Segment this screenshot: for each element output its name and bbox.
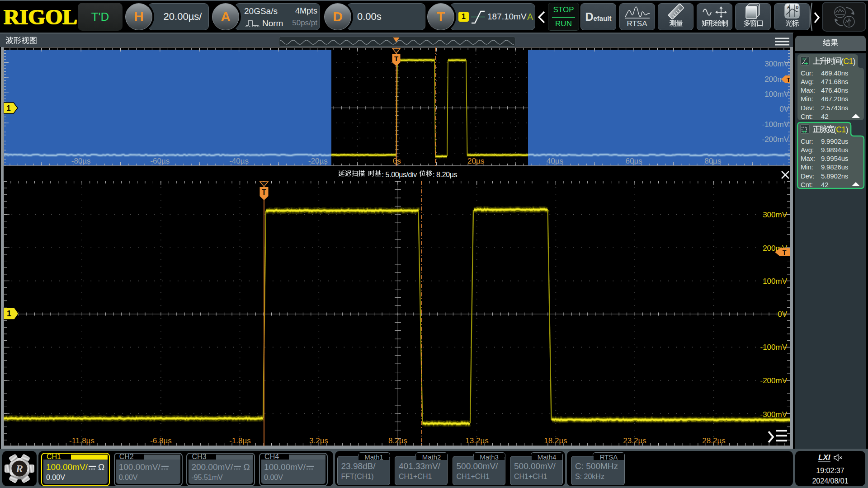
svg-text:-200mV: -200mV xyxy=(762,135,789,144)
svg-text:-1.8µs: -1.8µs xyxy=(229,436,251,445)
svg-text:300mV: 300mV xyxy=(763,211,788,219)
svg-text:1: 1 xyxy=(6,104,10,113)
svg-text:R: R xyxy=(15,463,23,474)
svg-text:Cur:: Cur: xyxy=(801,69,813,77)
svg-text:42: 42 xyxy=(821,181,828,188)
svg-text:-200mV: -200mV xyxy=(760,376,787,385)
svg-text:80µs: 80µs xyxy=(704,157,721,165)
svg-text:8.2µs: 8.2µs xyxy=(388,436,407,445)
svg-text:T: T xyxy=(783,249,787,256)
svg-text:(C1): (C1) xyxy=(841,57,855,66)
svg-text:467.20ns: 467.20ns xyxy=(821,95,848,103)
svg-text:-11.8µs: -11.8µs xyxy=(69,436,94,445)
svg-text:-100mV: -100mV xyxy=(760,343,787,352)
svg-text:-80µs: -80µs xyxy=(71,157,91,165)
svg-text:Cnt:: Cnt: xyxy=(801,113,813,120)
svg-text:9.9902us: 9.9902us xyxy=(821,137,848,145)
svg-text:Cur:: Cur: xyxy=(801,137,813,145)
svg-text:Min:: Min: xyxy=(801,95,813,103)
svg-text:A: A xyxy=(787,5,790,9)
svg-text:Dev:: Dev: xyxy=(801,172,814,180)
svg-text:T: T xyxy=(262,188,266,196)
svg-text:476.40ns: 476.40ns xyxy=(821,86,848,94)
svg-text:40µs: 40µs xyxy=(547,157,563,165)
svg-text:T: T xyxy=(394,55,398,62)
svg-text:9.9894us: 9.9894us xyxy=(821,146,848,154)
svg-text:(C1): (C1) xyxy=(834,125,848,134)
svg-text:-100mV: -100mV xyxy=(762,120,789,129)
svg-text:T: T xyxy=(787,76,790,83)
svg-text:-60µs: -60µs xyxy=(150,157,170,165)
svg-text:Avg:: Avg: xyxy=(801,78,814,85)
svg-text:469.40ns: 469.40ns xyxy=(821,69,848,77)
svg-text:B: B xyxy=(796,5,799,9)
svg-text:-6.8µs: -6.8µs xyxy=(150,436,172,445)
svg-text:100mV: 100mV xyxy=(763,277,788,286)
svg-text:5.8902ns: 5.8902ns xyxy=(821,172,848,180)
svg-text:Min:: Min: xyxy=(801,163,813,171)
svg-text:9.9954us: 9.9954us xyxy=(821,155,848,162)
svg-text:42: 42 xyxy=(821,113,828,120)
svg-text:20µs: 20µs xyxy=(467,157,484,165)
svg-text:Avg:: Avg: xyxy=(801,146,814,154)
svg-text:100mV: 100mV xyxy=(764,90,789,99)
svg-text:300mV: 300mV xyxy=(764,60,789,68)
svg-text:Max:: Max: xyxy=(801,86,815,94)
svg-text:18.2µs: 18.2µs xyxy=(544,436,567,445)
svg-text:471.68ns: 471.68ns xyxy=(821,78,848,85)
svg-text:3.2µs: 3.2µs xyxy=(309,436,328,445)
svg-text:1: 1 xyxy=(7,309,11,318)
svg-text:2.5743ns: 2.5743ns xyxy=(821,104,848,112)
svg-text:Max:: Max: xyxy=(801,155,815,162)
svg-text:0V: 0V xyxy=(778,310,787,319)
svg-text:9.9826us: 9.9826us xyxy=(821,163,848,171)
svg-text:-20µs: -20µs xyxy=(308,157,328,165)
svg-text:Dev:: Dev: xyxy=(801,104,814,112)
svg-text:60µs: 60µs xyxy=(625,157,642,165)
svg-text:0s: 0s xyxy=(393,157,401,165)
svg-text:Cnt:: Cnt: xyxy=(801,181,813,188)
svg-text:0V: 0V xyxy=(779,105,789,113)
svg-text:28.2µs: 28.2µs xyxy=(702,436,725,445)
svg-text:-40µs: -40µs xyxy=(229,157,249,165)
svg-text:23.2µs: 23.2µs xyxy=(623,436,646,445)
svg-text:13.2µs: 13.2µs xyxy=(465,436,488,445)
